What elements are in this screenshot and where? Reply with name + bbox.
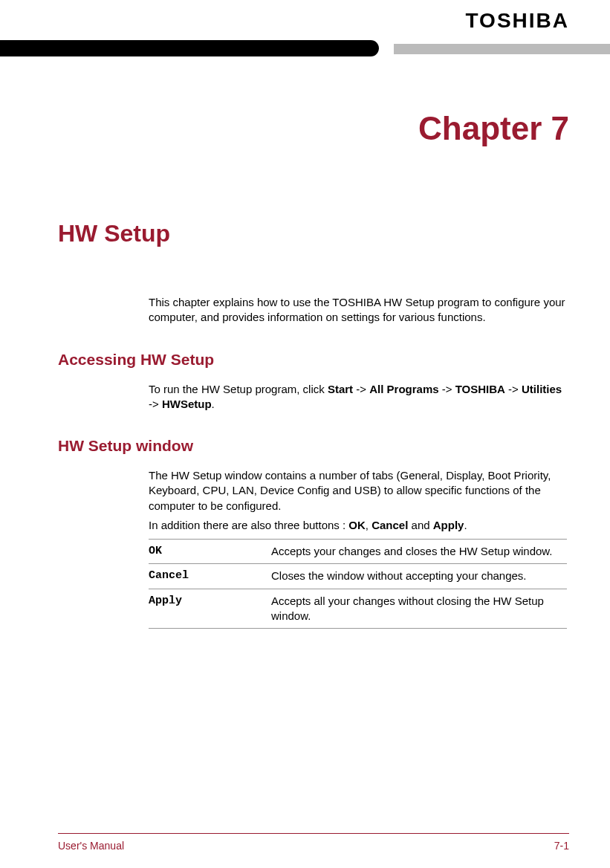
intro-paragraph: This chapter explains how to use the TOS… [149,295,567,326]
page-header: TOSHIBA [0,0,610,67]
arrow-sep: -> [353,383,369,395]
header-bar-gray [394,44,610,54]
button-name-cancel: Cancel [371,519,408,531]
arrow-sep: -> [149,398,162,410]
chapter-title: Chapter 7 [0,110,610,147]
page-footer: User's Manual 7-1 [58,840,569,852]
button-description-table: OK Accepts your changes and closes the H… [149,539,567,629]
accessing-content: To run the HW Setup program, click Start… [149,382,567,412]
window-paragraph-1: The HW Setup window contains a number of… [149,468,567,514]
footer-rule [58,833,569,834]
section-heading-window: HW Setup window [58,437,610,455]
arrow-sep: -> [505,383,522,395]
window-paragraph-2: In addition there are also three buttons… [149,518,567,533]
brand-logo: TOSHIBA [466,9,570,33]
text-fragment: To run the HW Setup program, click [149,383,328,395]
button-label: Apply [149,589,271,629]
button-label: OK [149,540,271,564]
intro-content: This chapter explains how to use the TOS… [149,295,567,326]
text-fragment: , [366,519,371,531]
nav-utilities: Utilities [522,383,562,395]
period: . [212,398,215,410]
text-fragment: and [408,519,432,531]
text-fragment: In addition there are also three buttons… [149,519,348,531]
button-label: Cancel [149,564,271,589]
nav-start: Start [328,383,353,395]
table-row: Cancel Closes the window without accepti… [149,564,567,589]
table-row: OK Accepts your changes and closes the H… [149,540,567,564]
accessing-paragraph: To run the HW Setup program, click Start… [149,382,567,412]
page-title: HW Setup [58,220,610,247]
button-name-ok: OK [348,519,366,531]
header-bar-black [0,40,379,56]
button-description: Accepts your changes and closes the HW S… [271,540,567,564]
button-description: Closes the window without accepting your… [271,564,567,589]
window-content: The HW Setup window contains a number of… [149,468,567,629]
arrow-sep: -> [439,383,455,395]
section-heading-accessing: Accessing HW Setup [58,351,610,369]
button-name-apply: Apply [433,519,464,531]
footer-left: User's Manual [58,840,124,852]
nav-toshiba: TOSHIBA [455,383,505,395]
footer-right: 7-1 [554,840,569,852]
nav-all-programs: All Programs [369,383,438,395]
nav-hwsetup: HWSetup [162,398,212,410]
table-row: Apply Accepts all your changes without c… [149,589,567,629]
button-description: Accepts all your changes without closing… [271,589,567,629]
text-fragment: . [464,519,467,531]
